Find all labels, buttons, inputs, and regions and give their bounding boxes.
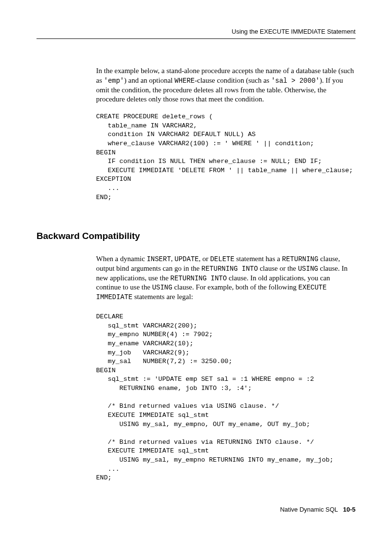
inline-code: UPDATE [174, 255, 198, 263]
text: When a dynamic [96, 255, 147, 263]
footer-section: Native Dynamic SQL [280, 506, 338, 513]
inline-code: RETURNING [282, 255, 318, 263]
inline-code: 'sal > 2000' [271, 77, 319, 85]
text: ) and an optional [124, 76, 174, 84]
page: Using the EXECUTE IMMEDIATE Statement In… [0, 0, 392, 540]
inline-code: 'emp' [104, 77, 124, 85]
text: statements are legal: [133, 293, 193, 301]
inline-code: WHERE [174, 77, 195, 85]
inline-code: USING [152, 284, 172, 291]
inline-code: INSERT [147, 255, 171, 263]
running-head: Using the EXECUTE IMMEDIATE Statement [232, 28, 355, 35]
header-rule [37, 38, 355, 39]
footer: Native Dynamic SQL 10-5 [280, 506, 355, 513]
text: , or [199, 255, 210, 263]
code-block-delete-rows: CREATE PROCEDURE delete_rows ( table_nam… [96, 113, 353, 202]
text: statement has a [234, 255, 282, 263]
code-block-returning: DECLARE sql_stmt VARCHAR2(200); my_empno… [96, 313, 333, 483]
paragraph-backward: When a dynamic INSERT, UPDATE, or DELETE… [96, 247, 355, 309]
paragraph: When a dynamic INSERT, UPDATE, or DELETE… [96, 254, 355, 302]
text: clause or the [258, 264, 298, 272]
inline-code: DELETE [210, 255, 234, 263]
inline-code: RETURNING INTO [201, 265, 258, 273]
heading-backward-compatibility: Backward Compatibility [37, 231, 140, 241]
inline-code: RETURNING INTO [171, 275, 227, 282]
text: -clause condition (such as [195, 76, 271, 84]
body-column: In the example below, a stand-alone proc… [96, 66, 355, 107]
inline-code: USING [298, 265, 318, 273]
text: clause. For example, both of the followi… [172, 283, 298, 291]
footer-page-number: 10-5 [343, 506, 355, 513]
paragraph-intro: In the example below, a stand-alone proc… [96, 66, 355, 104]
